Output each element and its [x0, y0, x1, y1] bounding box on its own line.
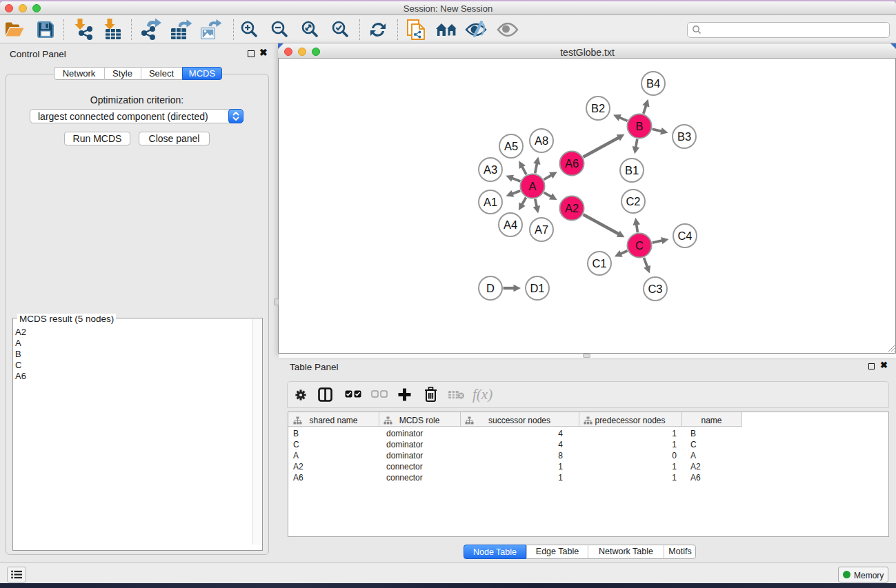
svg-text:D1: D1: [530, 282, 544, 294]
svg-text:B: B: [635, 120, 643, 132]
svg-text:D: D: [486, 282, 495, 294]
svg-text:A: A: [528, 180, 536, 192]
svg-text:A2: A2: [565, 202, 579, 214]
svg-text:C4: C4: [677, 230, 692, 242]
svg-text:A7: A7: [535, 223, 548, 236]
svg-text:B3: B3: [677, 130, 691, 143]
svg-text:B2: B2: [591, 102, 605, 114]
svg-text:A4: A4: [504, 219, 517, 231]
svg-text:A3: A3: [484, 163, 497, 176]
svg-text:A6: A6: [565, 157, 579, 170]
svg-text:C2: C2: [626, 195, 640, 207]
svg-text:B1: B1: [625, 164, 639, 176]
svg-text:A5: A5: [504, 140, 518, 152]
svg-text:A8: A8: [535, 134, 548, 147]
svg-text:C: C: [635, 239, 644, 252]
svg-text:C3: C3: [648, 283, 662, 295]
svg-text:C1: C1: [592, 257, 606, 270]
svg-text:B4: B4: [646, 77, 660, 90]
svg-text:A1: A1: [484, 196, 497, 208]
